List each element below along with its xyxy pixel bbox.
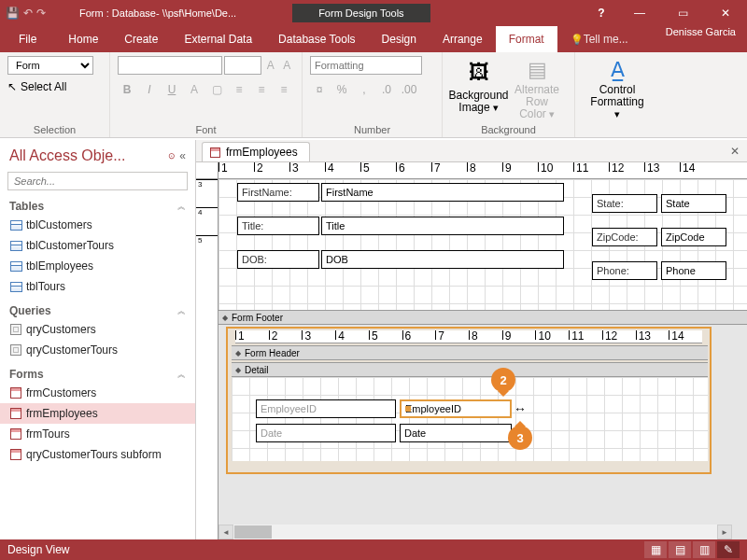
italic-icon[interactable]: I <box>140 80 159 99</box>
form-view-icon[interactable]: ▦ <box>644 541 667 558</box>
form-icon <box>10 449 21 460</box>
bold-icon[interactable]: B <box>118 80 136 99</box>
redo-icon[interactable]: ↷ <box>36 7 46 20</box>
tab-file[interactable]: File <box>0 26 55 52</box>
nav-item-frmtours[interactable]: frmTours <box>0 424 195 444</box>
grow-font-icon[interactable]: A <box>263 56 278 75</box>
underline-icon[interactable]: U <box>162 80 181 99</box>
textbox-phone[interactable]: Phone <box>661 261 726 280</box>
nav-item-tblcustomers[interactable]: tblCustomers <box>0 215 195 235</box>
nav-item-frmemployees[interactable]: frmEmployees <box>0 403 195 424</box>
nav-item-tblemployees[interactable]: tblEmployees <box>0 256 195 276</box>
scroll-right-icon[interactable]: ► <box>717 525 732 539</box>
font-family-combo[interactable] <box>118 56 222 75</box>
tab-create[interactable]: Create <box>111 26 171 52</box>
label-state[interactable]: State: <box>592 194 657 213</box>
nav-title[interactable]: All Access Obje... <box>9 147 164 164</box>
select-all-button[interactable]: ↖Select All <box>7 80 102 93</box>
decrease-decimal-icon[interactable]: .00 <box>400 80 418 99</box>
number-format-combo[interactable] <box>310 56 422 75</box>
user-name[interactable]: Denisse Garcia <box>655 26 747 52</box>
control-formatting-icon: A̲ <box>602 58 632 82</box>
contextual-tab-title: Form Design Tools <box>292 4 430 22</box>
nav-item-subform[interactable]: qryCustomerTours subform <box>0 444 195 465</box>
layout-view-icon[interactable]: ▥ <box>693 541 715 558</box>
label-date[interactable]: Date <box>256 424 396 442</box>
textbox-title[interactable]: Title <box>321 217 564 235</box>
textbox-dob[interactable]: DOB <box>321 250 564 269</box>
ruler-corner[interactable] <box>196 162 218 179</box>
align-right-icon[interactable]: ≡ <box>275 80 293 99</box>
subform-ruler[interactable]: 1234567891011121314 <box>235 330 702 343</box>
section-detail[interactable]: Detail <box>232 362 708 377</box>
close-tab-icon[interactable]: ✕ <box>723 145 747 158</box>
label-firstname[interactable]: FirstName: <box>237 183 319 202</box>
nav-item-tblcustomertours[interactable]: tblCustomerTours <box>0 235 195 256</box>
currency-icon[interactable]: ¤ <box>310 80 329 99</box>
percent-icon[interactable]: % <box>332 80 351 99</box>
group-number: Number <box>310 124 434 135</box>
background-image-button[interactable]: 🖼 Background Image ▾ <box>450 56 507 118</box>
cursor-icon: ↖ <box>7 80 17 93</box>
textbox-date[interactable]: Date <box>400 424 512 442</box>
label-title[interactable]: Title: <box>237 217 319 235</box>
tab-design[interactable]: Design <box>369 26 430 52</box>
textbox-employeeid[interactable]: EmployeeID <box>400 399 512 418</box>
textbox-state[interactable]: State <box>661 194 726 213</box>
close-icon[interactable]: ✕ <box>704 0 747 26</box>
tab-database-tools[interactable]: Database Tools <box>265 26 369 52</box>
scroll-left-icon[interactable]: ◄ <box>218 525 233 539</box>
alternate-row-color-button[interactable]: ▤ Alternate Row Color ▾ <box>507 56 567 118</box>
horizontal-ruler[interactable]: 1234567891011121314 <box>218 162 747 179</box>
object-selector[interactable]: Form <box>7 56 93 75</box>
nav-item-qrycustomertours[interactable]: qryCustomerTours <box>0 340 195 360</box>
resize-handle-icon[interactable]: ↔ <box>514 401 527 416</box>
restore-icon[interactable]: ▭ <box>661 0 704 26</box>
datasheet-view-icon[interactable]: ▤ <box>669 541 691 558</box>
textbox-firstname[interactable]: FirstName <box>321 183 564 202</box>
control-formatting-button[interactable]: A̲ Control Formatting ▾ <box>583 56 652 118</box>
align-center-icon[interactable]: ≡ <box>252 80 271 99</box>
increase-decimal-icon[interactable]: .0 <box>377 80 396 99</box>
design-view-icon[interactable]: ✎ <box>717 541 740 558</box>
nav-collapse-icon[interactable]: « <box>179 149 186 162</box>
label-employeeid[interactable]: EmployeeID <box>256 399 396 418</box>
nav-dropdown-icon[interactable]: ⊙ <box>164 151 179 161</box>
save-icon[interactable]: 💾 <box>6 7 20 20</box>
nav-item-qrycustomers[interactable]: qryCustomers <box>0 319 195 340</box>
tell-me[interactable]: 💡 Tell me... <box>557 26 641 52</box>
nav-item-tbltours[interactable]: tblTours <box>0 276 195 297</box>
title-bar: 💾 ↶ ↷ Form : Database- \\psf\Home\De... … <box>0 0 747 26</box>
section-form-header[interactable]: Form Header <box>232 345 708 360</box>
shrink-font-icon[interactable]: A <box>280 56 295 75</box>
horizontal-scrollbar[interactable]: ◄ ► <box>218 525 732 539</box>
form-canvas[interactable]: 1234567891011121314 345 FirstName: First… <box>196 162 747 539</box>
ribbon-tabs: File Home Create External Data Database … <box>0 26 747 52</box>
window-title: Form : Database- \\psf\Home\De... <box>51 7 292 19</box>
nav-item-frmcustomers[interactable]: frmCustomers <box>0 383 195 403</box>
fill-color-icon[interactable]: ▢ <box>207 80 226 99</box>
label-phone[interactable]: Phone: <box>592 261 657 280</box>
undo-icon[interactable]: ↶ <box>23 7 33 20</box>
tab-arrange[interactable]: Arrange <box>430 26 496 52</box>
document-tab-frmemployees[interactable]: frmEmployees <box>202 142 310 161</box>
nav-search-input[interactable] <box>7 172 188 190</box>
vertical-ruler[interactable]: 345 <box>196 179 218 539</box>
label-zipcode[interactable]: ZipCode: <box>592 228 657 246</box>
align-left-icon[interactable]: ≡ <box>230 80 248 99</box>
tab-external-data[interactable]: External Data <box>171 26 265 52</box>
tab-format[interactable]: Format <box>496 26 557 52</box>
textbox-zipcode[interactable]: ZipCode <box>661 228 726 246</box>
nav-group-tables[interactable]: Tables︽ <box>0 196 195 215</box>
font-size-combo[interactable] <box>224 56 261 75</box>
comma-icon[interactable]: , <box>355 80 374 99</box>
tab-home[interactable]: Home <box>55 26 111 52</box>
label-dob[interactable]: DOB: <box>237 250 319 269</box>
font-color-icon[interactable]: A <box>185 80 204 99</box>
section-form-footer[interactable]: Form Footer <box>218 310 747 325</box>
minimize-icon[interactable]: — <box>618 0 661 26</box>
help-icon[interactable]: ? <box>585 7 618 20</box>
nav-group-forms[interactable]: Forms︽ <box>0 364 195 383</box>
scroll-thumb[interactable] <box>234 525 272 539</box>
nav-group-queries[interactable]: Queries︽ <box>0 301 195 319</box>
